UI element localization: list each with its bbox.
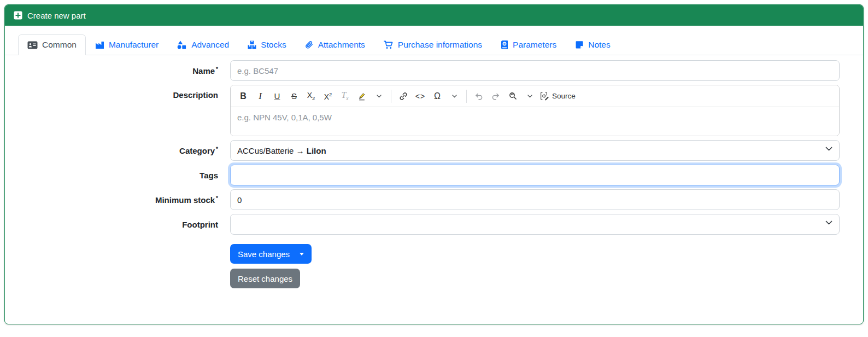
redo-icon	[491, 92, 500, 100]
underline-button[interactable]: U	[269, 88, 285, 104]
part-form: Name* Description B I U S X2 X2	[5, 55, 863, 288]
tab-label: Attachments	[318, 40, 365, 50]
tags-label: Tags	[14, 171, 218, 180]
subscript-button[interactable]: X2	[303, 88, 319, 104]
address-card-icon	[27, 41, 38, 49]
create-part-card: Create new part Common Manufacturer	[4, 4, 864, 324]
footprint-label: Footprint	[14, 220, 218, 229]
page-title: Create new part	[27, 11, 86, 20]
tab-label: Advanced	[191, 40, 229, 50]
category-select[interactable]: ACCus/Batterie → LiIon	[230, 140, 840, 161]
undo-icon	[474, 92, 483, 100]
tab-attachments[interactable]: Attachments	[296, 34, 374, 55]
remove-format-button[interactable]: Tx	[337, 88, 353, 104]
category-row: Category* ACCus/Batterie → LiIon	[14, 140, 840, 161]
italic-button[interactable]: I	[252, 88, 268, 104]
tags-row: Tags	[14, 165, 840, 185]
tab-label: Parameters	[513, 40, 556, 50]
tags-input[interactable]	[230, 165, 840, 185]
rich-text-editor: B I U S X2 X2 Tx	[230, 85, 840, 136]
highlight-button[interactable]	[354, 88, 370, 104]
highlight-pen-icon	[357, 91, 367, 101]
find-replace-dropdown-button[interactable]	[521, 88, 538, 104]
sticky-note-icon	[575, 40, 584, 49]
shopping-cart-icon	[384, 40, 394, 49]
toolbar-separator	[466, 90, 467, 103]
reset-changes-button[interactable]: Reset changes	[230, 269, 300, 288]
description-placeholder: e.g. NPN 45V, 0,1A, 0,5W	[237, 113, 332, 122]
name-row: Name*	[14, 60, 840, 81]
required-asterisk: *	[216, 146, 218, 152]
boxes-stacked-icon	[248, 40, 256, 49]
strikethrough-button[interactable]: S	[286, 88, 302, 104]
tab-purchase-informations[interactable]: Purchase informations	[374, 34, 491, 55]
chevron-down-icon	[452, 95, 457, 98]
tab-stocks[interactable]: Stocks	[238, 34, 296, 55]
part-tabs: Common Manufacturer Advanced Stocks	[5, 34, 863, 55]
undo-button[interactable]	[471, 88, 487, 104]
description-row: Description B I U S X2 X2 Tx	[14, 85, 840, 136]
tab-common[interactable]: Common	[18, 34, 86, 55]
superscript-button[interactable]: X2	[320, 88, 336, 104]
source-button[interactable]: Source	[538, 88, 577, 104]
highlight-dropdown-button[interactable]	[371, 88, 387, 104]
shapes-icon	[177, 40, 187, 49]
tab-notes[interactable]: Notes	[566, 34, 620, 55]
footprint-row: Footprint	[14, 214, 840, 235]
min-stock-input[interactable]	[230, 189, 840, 210]
industry-icon	[95, 41, 104, 49]
description-label: Description	[14, 85, 218, 100]
paperclip-icon	[305, 40, 314, 49]
tab-label: Purchase informations	[398, 40, 482, 50]
source-icon	[540, 91, 549, 101]
name-input[interactable]	[230, 60, 840, 81]
link-icon	[399, 92, 408, 101]
category-value: ACCus/Batterie → LiIon	[237, 146, 326, 155]
caret-down-icon	[300, 253, 304, 255]
bold-button[interactable]: B	[235, 88, 251, 104]
chevron-down-icon	[377, 95, 382, 98]
toolbar-separator	[391, 90, 391, 103]
required-asterisk: *	[216, 66, 218, 72]
book-atlas-icon	[501, 40, 508, 49]
tab-label: Stocks	[261, 40, 286, 50]
code-button[interactable]: <>	[412, 88, 429, 104]
redo-button[interactable]	[488, 88, 504, 104]
square-plus-icon	[14, 11, 22, 20]
required-asterisk: *	[216, 195, 218, 201]
chevron-down-icon	[825, 220, 832, 225]
min-stock-row: Minimum stock*	[14, 189, 840, 210]
footprint-select[interactable]	[230, 214, 840, 235]
tab-label: Notes	[588, 40, 611, 50]
save-changes-button[interactable]: Save changes	[230, 244, 312, 264]
tab-manufacturer[interactable]: Manufacturer	[86, 34, 168, 55]
special-characters-button[interactable]: Ω	[429, 88, 445, 104]
description-editable[interactable]: e.g. NPN 45V, 0,1A, 0,5W	[231, 107, 839, 136]
category-label: Category*	[14, 146, 218, 155]
special-characters-dropdown-button[interactable]	[446, 88, 462, 104]
chevron-down-icon	[825, 147, 832, 152]
find-replace-icon	[508, 91, 518, 101]
actions-row: Save changes Reset changes	[14, 244, 840, 288]
tab-label: Manufacturer	[109, 40, 159, 50]
tab-advanced[interactable]: Advanced	[168, 34, 238, 55]
tab-label: Common	[42, 40, 77, 50]
find-replace-button[interactable]	[505, 88, 521, 104]
editor-toolbar: B I U S X2 X2 Tx	[231, 85, 839, 107]
chevron-down-icon	[527, 95, 532, 98]
tab-parameters[interactable]: Parameters	[491, 34, 566, 55]
min-stock-label: Minimum stock*	[14, 195, 218, 205]
name-label: Name*	[14, 66, 218, 75]
link-button[interactable]	[395, 88, 412, 104]
card-header: Create new part	[5, 5, 863, 26]
